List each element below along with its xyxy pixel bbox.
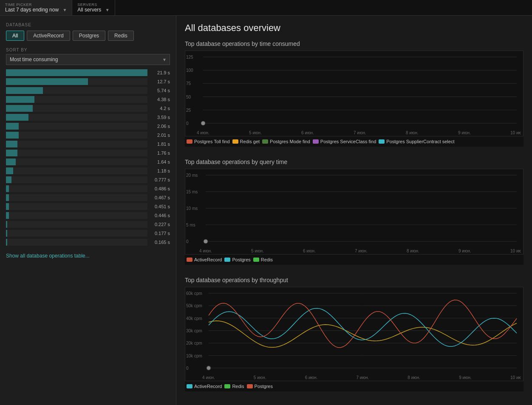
chart3-legend: ActiveRecord Redis Postgres [185,381,524,391]
time-picker-label: TIME PICKER [5,3,67,7]
bar-value: 2.06 s [151,124,170,129]
legend-label: Redis get [240,139,260,144]
bar-container [6,87,147,94]
legend-item[interactable]: ActiveRecord [187,384,222,389]
bar-row[interactable]: 0.165 s [6,239,170,246]
topbar: TIME PICKER Last 7 days ending now ▼ SER… [0,0,532,16]
legend-label: Postgres ServiceClass find [320,139,376,144]
bar-value: 0.177 s [151,231,170,236]
bar-container [6,105,147,112]
bar-row[interactable]: 5.74 s [6,87,170,94]
bar-row[interactable]: 1.76 s [6,150,170,156]
legend-item[interactable]: Postgres Mode find [262,139,310,144]
legend-item[interactable]: Redis [224,384,244,389]
legend-label: ActiveRecord [194,257,222,262]
bar-row[interactable]: 21.9 s [6,69,170,76]
bar-fill [6,132,19,139]
servers-picker[interactable]: SERVERS All servers ▼ [72,0,115,15]
bar-container [6,185,147,192]
legend-dot [313,139,319,144]
chart3-title: Top database operations by throughput [185,277,524,283]
bar-value: 0.777 s [151,177,170,182]
bar-row[interactable]: 1.81 s [6,141,170,147]
legend-item[interactable]: Postgres SupplierContract select [379,139,454,144]
bar-container [6,150,147,156]
bar-row[interactable]: 2.01 s [6,132,170,139]
bar-fill [6,212,9,219]
bar-row[interactable]: 12.7 s [6,78,170,85]
bar-row[interactable]: 4.2 s [6,105,170,112]
chart3-canvas [185,287,521,381]
legend-dot [187,258,192,262]
show-all-link[interactable]: Show all database operations table... [0,248,176,264]
chart2-section: Top database operations by query time Ac… [185,159,524,265]
legend-dot [247,384,253,388]
bar-value: 4.38 s [151,97,170,102]
bar-row[interactable]: 0.777 s [6,176,170,183]
bar-container [6,194,147,201]
time-picker-arrow: ▼ [62,8,67,12]
legend-item[interactable]: Postgres [224,257,250,262]
bar-row[interactable]: 0.467 s [6,194,170,201]
legend-label: Postgres Mode find [270,139,310,144]
bar-list: 21.9 s 12.7 s 5.74 s 4.38 s 4.2 s 3.59 s… [0,69,176,246]
legend-dot [253,258,259,262]
chart2-legend: ActiveRecord Postgres Redis [185,255,524,265]
db-btn-postgres[interactable]: Postgres [73,31,105,41]
legend-item[interactable]: Postgres ServiceClass find [313,139,376,144]
bar-fill [6,221,7,228]
bar-fill [6,114,28,121]
bar-fill [6,78,88,85]
chart1-legend: Postgres Toll find Redis get Postgres Mo… [185,136,524,147]
bar-row[interactable]: 4.38 s [6,96,170,103]
bar-value: 4.2 s [151,106,170,111]
bar-row[interactable]: 0.177 s [6,230,170,237]
bar-row[interactable]: 0.451 s [6,203,170,210]
bar-fill [6,69,147,76]
time-picker[interactable]: TIME PICKER Last 7 days ending now ▼ [0,0,72,15]
bar-fill [6,167,13,174]
db-btn-all[interactable]: All [6,31,24,41]
legend-label: Postgres SupplierContract select [386,139,454,144]
bar-value: 0.467 s [151,195,170,200]
bar-row[interactable]: 0.227 s [6,221,170,228]
bar-value: 3.59 s [151,115,170,120]
bar-fill [6,87,43,94]
db-btn-activerecord[interactable]: ActiveRecord [27,31,70,41]
legend-item[interactable]: Postgres Toll find [187,139,230,144]
bar-container [6,239,147,246]
bar-fill [6,159,16,165]
bar-container [6,212,147,219]
bar-container [6,114,147,121]
bar-row[interactable]: 1.64 s [6,159,170,165]
bar-container [6,159,147,165]
bar-container [6,69,147,76]
bar-container [6,141,147,147]
bar-value: 1.81 s [151,142,170,147]
bar-value: 2.01 s [151,133,170,138]
bar-row[interactable]: 1.18 s [6,167,170,174]
db-btn-redis[interactable]: Redis [108,31,134,41]
bar-fill [6,185,9,192]
sort-select[interactable]: Most time consuming Most calls Slowest [6,54,170,65]
legend-item[interactable]: Postgres [247,384,273,389]
bar-value: 0.446 s [151,213,170,218]
legend-dot [262,139,268,144]
legend-label: Postgres [255,384,273,389]
bar-value: 0.165 s [151,240,170,245]
legend-dot [232,139,238,144]
legend-item[interactable]: Redis [253,257,273,262]
bar-row[interactable]: 0.446 s [6,212,170,219]
bar-value: 0.486 s [151,186,170,191]
bar-value: 1.18 s [151,168,170,173]
bar-container [6,96,147,103]
legend-item[interactable]: ActiveRecord [187,257,222,262]
bar-row[interactable]: 2.06 s [6,123,170,130]
bar-row[interactable]: 3.59 s [6,114,170,121]
bar-row[interactable]: 0.486 s [6,185,170,192]
chart1-canvas [185,51,521,136]
legend-item[interactable]: Redis get [232,139,260,144]
sidebar: DATABASE All ActiveRecord Postgres Redis… [0,16,176,405]
bar-container [6,78,147,85]
chart1-wrapper [185,51,524,136]
